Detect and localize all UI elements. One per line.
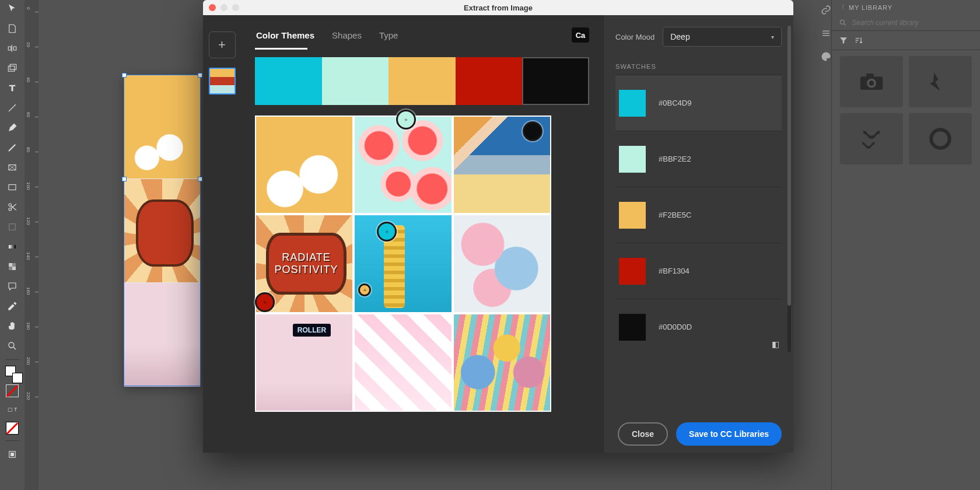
palette-swatch-3[interactable] bbox=[388, 57, 456, 105]
svg-rect-18 bbox=[866, 74, 873, 78]
zoom-tool[interactable] bbox=[5, 338, 20, 354]
pencil-tool[interactable] bbox=[5, 140, 20, 155]
svg-rect-7 bbox=[9, 245, 16, 249]
swatch-row[interactable]: #BF1304 bbox=[615, 243, 782, 299]
library-item[interactable] bbox=[840, 113, 903, 164]
add-image-button[interactable]: + bbox=[209, 32, 236, 58]
swatches-header: SWATCHES bbox=[615, 63, 782, 70]
color-theme-icon[interactable] bbox=[821, 51, 831, 62]
apply-color[interactable] bbox=[6, 422, 19, 435]
tab-type[interactable]: Type bbox=[378, 30, 400, 40]
source-image-thumbnail[interactable] bbox=[209, 68, 236, 94]
dialog-right-panel: Color Mood Deep ▾ SWATCHES #0BC4D9 #BBF2… bbox=[603, 15, 793, 453]
content-collector-tool[interactable] bbox=[5, 61, 20, 76]
swatches-list: #0BC4D9 #BBF2E2 #F2BE5C #BF1304 #0D0D0D◧ bbox=[615, 75, 782, 355]
color-mood-value: Deep bbox=[670, 32, 690, 41]
palette-swatch-1[interactable] bbox=[255, 57, 322, 105]
svg-rect-10 bbox=[12, 267, 16, 270]
swatch-row[interactable]: #F2BE5C bbox=[615, 187, 782, 243]
color-picker-point-1[interactable]: + bbox=[396, 110, 416, 130]
swatch-row[interactable]: #BBF2E2 bbox=[615, 131, 782, 187]
link-icon[interactable] bbox=[821, 5, 831, 15]
svg-point-17 bbox=[869, 80, 874, 86]
chevron-left-icon: 〈 bbox=[839, 4, 845, 12]
tab-shapes[interactable]: Shapes bbox=[331, 30, 363, 40]
svg-point-19 bbox=[931, 130, 950, 148]
svg-rect-1 bbox=[10, 64, 16, 69]
color-mood-label: Color Mood bbox=[615, 33, 654, 41]
libraries-panel-title[interactable]: 〈 MY LIBRARY bbox=[832, 0, 980, 15]
library-item[interactable] bbox=[909, 113, 972, 164]
library-items-grid bbox=[832, 50, 980, 170]
dialog-tabs: Color Themes Shapes Type Ca bbox=[255, 23, 589, 47]
library-item[interactable] bbox=[840, 56, 903, 107]
dialog-left-rail: + bbox=[203, 15, 241, 453]
line-tool[interactable] bbox=[5, 100, 20, 116]
extracted-palette bbox=[255, 57, 589, 105]
palette-swatch-2[interactable] bbox=[322, 57, 389, 105]
palette-swatch-5[interactable] bbox=[522, 57, 589, 105]
page-tool[interactable] bbox=[5, 21, 20, 36]
swatch-row[interactable]: #0D0D0D◧ bbox=[615, 299, 782, 355]
sort-icon[interactable] bbox=[854, 36, 863, 45]
view-mode-normal[interactable] bbox=[5, 447, 20, 462]
swatch-row[interactable]: #0BC4D9 bbox=[615, 75, 782, 131]
svg-point-14 bbox=[840, 20, 844, 24]
swatch-shades-icon[interactable]: ◧ bbox=[772, 340, 779, 349]
rectangle-tool[interactable] bbox=[5, 180, 20, 195]
note-tool[interactable] bbox=[5, 279, 20, 294]
color-picker-point-4[interactable]: + bbox=[358, 284, 371, 296]
menu-icon[interactable] bbox=[821, 28, 831, 38]
extract-from-image-dialog: Extract from Image + Color Themes Shapes… bbox=[203, 0, 793, 453]
type-tool[interactable] bbox=[5, 80, 20, 96]
right-dock-icons bbox=[821, 0, 831, 490]
dialog-titlebar[interactable]: Extract from Image bbox=[203, 0, 793, 15]
svg-rect-13 bbox=[10, 453, 14, 456]
main-toolbar: ▢ T bbox=[0, 0, 24, 490]
filter-icon[interactable] bbox=[839, 36, 848, 45]
scissors-tool[interactable] bbox=[5, 200, 20, 215]
apply-none[interactable] bbox=[6, 384, 19, 397]
close-button[interactable]: Close bbox=[618, 422, 668, 446]
tab-color-themes[interactable]: Color Themes bbox=[255, 30, 316, 40]
vertical-ruler: 020406080100120140160180200220 bbox=[24, 0, 38, 490]
dialog-title: Extract from Image bbox=[203, 4, 793, 12]
color-picker-point-2[interactable] bbox=[523, 121, 542, 141]
capture-badge[interactable]: Ca bbox=[572, 27, 589, 43]
right-panel-scrollbar[interactable] bbox=[788, 26, 791, 352]
selection-tool[interactable] bbox=[5, 1, 20, 16]
cc-libraries-panel: 〈 MY LIBRARY bbox=[831, 0, 980, 490]
color-picker-point-5[interactable]: + bbox=[255, 292, 275, 312]
svg-rect-3 bbox=[9, 185, 16, 190]
palette-swatch-4[interactable] bbox=[456, 57, 523, 105]
library-search-input[interactable] bbox=[852, 19, 973, 27]
placed-image-2[interactable] bbox=[124, 179, 200, 283]
formatting-container-text-toggle[interactable]: ▢ T bbox=[4, 402, 20, 417]
library-item[interactable] bbox=[909, 56, 972, 107]
color-picker-point-3[interactable]: + bbox=[377, 222, 397, 242]
save-to-cc-libraries-button[interactable]: Save to CC Libraries bbox=[676, 422, 782, 446]
source-image-preview[interactable]: + + + + bbox=[255, 116, 551, 412]
svg-rect-9 bbox=[9, 263, 12, 267]
hand-tool[interactable] bbox=[5, 318, 20, 334]
rectangle-frame-tool[interactable] bbox=[5, 160, 20, 175]
color-mood-select[interactable]: Deep ▾ bbox=[663, 27, 782, 47]
gradient-feather-tool[interactable] bbox=[5, 259, 20, 274]
free-transform-tool[interactable] bbox=[5, 219, 20, 235]
svg-rect-0 bbox=[8, 66, 15, 71]
document-page[interactable] bbox=[124, 75, 201, 386]
pen-tool[interactable] bbox=[5, 120, 20, 135]
search-icon bbox=[839, 19, 847, 27]
gap-tool[interactable] bbox=[5, 41, 20, 56]
eyedropper-tool[interactable] bbox=[5, 299, 20, 314]
svg-rect-6 bbox=[9, 224, 16, 230]
svg-point-11 bbox=[9, 342, 14, 348]
chevron-down-icon: ▾ bbox=[771, 34, 774, 40]
fill-stroke-swap[interactable] bbox=[5, 366, 19, 380]
gradient-swatch-tool[interactable] bbox=[5, 239, 20, 254]
